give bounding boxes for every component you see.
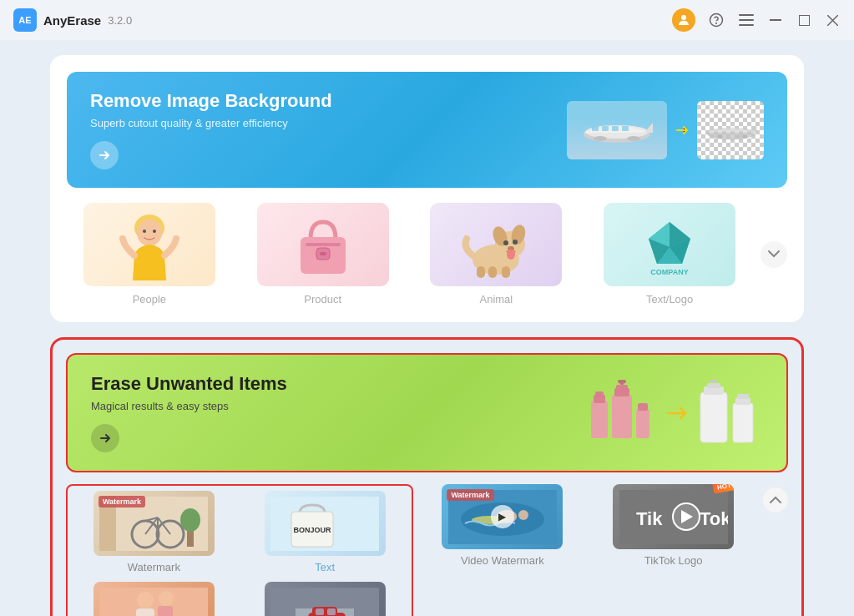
erase-item-tiktok[interactable]: HOT! Tik Tok xyxy=(592,484,755,616)
help-icon[interactable] xyxy=(707,11,725,29)
svg-rect-13 xyxy=(602,126,609,131)
erase-banner-title: Erase Unwanted Items xyxy=(91,373,287,395)
svg-rect-12 xyxy=(592,126,599,131)
svg-point-0 xyxy=(681,15,686,20)
erase-item-people[interactable]: People xyxy=(73,582,235,616)
svg-point-34 xyxy=(513,240,518,245)
erase-card: Erase Unwanted Items Magical results & e… xyxy=(50,337,804,616)
svg-rect-41 xyxy=(591,401,608,438)
svg-rect-47 xyxy=(636,409,649,438)
erase-item-watermark[interactable]: Watermark xyxy=(73,491,235,573)
svg-rect-37 xyxy=(477,266,485,278)
erase-grid: Watermark xyxy=(66,484,788,616)
menu-icon[interactable] xyxy=(737,11,755,29)
svg-rect-44 xyxy=(612,395,632,438)
object-thumb xyxy=(265,582,386,616)
svg-point-77 xyxy=(159,591,174,606)
banner-title: Remove Image Background xyxy=(90,90,332,112)
svg-rect-3 xyxy=(739,14,754,16)
textlogo-label: Text/Logo xyxy=(646,293,693,305)
close-button[interactable] xyxy=(824,12,841,28)
cutout-image xyxy=(697,101,764,159)
video-watermark-label: Video Watermark xyxy=(461,554,544,567)
svg-point-20 xyxy=(738,134,748,138)
banner-text: Remove Image Background Superb cutout qu… xyxy=(90,90,332,169)
svg-rect-15 xyxy=(622,126,629,131)
svg-text:BONJOUR: BONJOUR xyxy=(294,526,332,534)
titlebar-right xyxy=(672,8,841,32)
svg-rect-74 xyxy=(136,608,154,617)
banner-image xyxy=(567,101,764,159)
watermark-thumb: Watermark xyxy=(93,491,215,556)
svg-rect-7 xyxy=(799,15,809,25)
svg-rect-78 xyxy=(158,606,173,617)
svg-point-68 xyxy=(180,508,200,532)
video-watermark-thumb: Watermark xyxy=(442,484,563,549)
main-content: Remove Image Background Superb cutout qu… xyxy=(0,40,854,616)
svg-rect-56 xyxy=(733,403,753,442)
svg-point-36 xyxy=(507,250,515,260)
remove-bg-card: Remove Image Background Superb cutout qu… xyxy=(50,55,804,322)
svg-rect-39 xyxy=(502,266,510,278)
svg-rect-14 xyxy=(612,126,619,131)
people-erase-thumb xyxy=(93,582,215,616)
arrow-decoration xyxy=(666,405,690,422)
titlebar-left: AE AnyErase 3.2.0 xyxy=(13,8,132,32)
svg-text:Tok: Tok xyxy=(700,508,728,529)
svg-point-50 xyxy=(618,380,626,384)
erase-right-grid: Watermark xyxy=(422,484,755,616)
erase-banner-cta-button[interactable] xyxy=(91,424,119,452)
app-version: 3.2.0 xyxy=(108,14,132,27)
svg-rect-91 xyxy=(316,608,324,615)
svg-point-96 xyxy=(518,510,528,520)
tiktok-thumb: HOT! Tik Tok xyxy=(613,484,734,549)
erase-item-text[interactable]: BONJOUR Text xyxy=(244,491,407,573)
svg-point-55 xyxy=(710,380,718,382)
textlogo-thumb: COMPANY xyxy=(604,203,735,286)
erase-item-object[interactable]: Object xyxy=(244,582,407,616)
animal-thumb xyxy=(430,203,562,286)
svg-rect-38 xyxy=(488,266,497,278)
svg-rect-28 xyxy=(320,252,326,255)
svg-point-22 xyxy=(137,220,162,246)
app-name: AnyErase xyxy=(43,13,101,28)
svg-point-16 xyxy=(594,136,607,141)
product-thumb xyxy=(257,203,389,286)
erase-left-grid: Watermark xyxy=(66,484,413,616)
minimize-button[interactable] xyxy=(767,12,784,28)
banner-cta-button[interactable] xyxy=(90,141,119,169)
svg-rect-5 xyxy=(739,24,754,26)
erase-item-video-watermark[interactable]: Watermark xyxy=(422,484,584,616)
svg-rect-58 xyxy=(737,394,749,399)
svg-point-23 xyxy=(143,230,146,233)
expand-button[interactable] xyxy=(761,241,787,268)
svg-rect-6 xyxy=(770,19,781,21)
animal-label: Animal xyxy=(480,293,513,305)
svg-rect-53 xyxy=(707,383,720,388)
erase-banner-subtitle: Magical results & easy steps xyxy=(91,400,287,412)
user-avatar-icon[interactable] xyxy=(672,8,695,32)
arrow-icon xyxy=(674,122,690,139)
collapse-button[interactable] xyxy=(763,487,788,512)
category-product[interactable]: Product xyxy=(240,203,406,305)
watermark-label: Watermark xyxy=(128,561,180,573)
erase-banner-text: Erase Unwanted Items Magical results & e… xyxy=(91,373,287,452)
product-label: Product xyxy=(304,293,341,305)
svg-rect-48 xyxy=(638,403,648,411)
category-animal[interactable]: Animal xyxy=(414,203,579,305)
svg-rect-51 xyxy=(700,392,727,442)
text-thumb: BONJOUR xyxy=(265,491,386,556)
play-button[interactable]: ▶ xyxy=(491,505,514,528)
category-people[interactable]: People xyxy=(67,203,232,305)
svg-rect-26 xyxy=(306,243,341,246)
svg-rect-43 xyxy=(595,391,604,396)
maximize-button[interactable] xyxy=(796,12,812,28)
svg-rect-46 xyxy=(616,385,628,390)
svg-text:COMPANY: COMPANY xyxy=(650,268,688,276)
svg-point-73 xyxy=(137,592,154,608)
watermark-badge: Watermark xyxy=(99,496,145,507)
remove-bg-banner: Remove Image Background Superb cutout qu… xyxy=(67,72,787,188)
category-textlogo[interactable]: COMPANY Text/Logo xyxy=(587,203,752,305)
app-logo: AE xyxy=(13,8,37,32)
svg-text:Tik: Tik xyxy=(636,508,663,529)
